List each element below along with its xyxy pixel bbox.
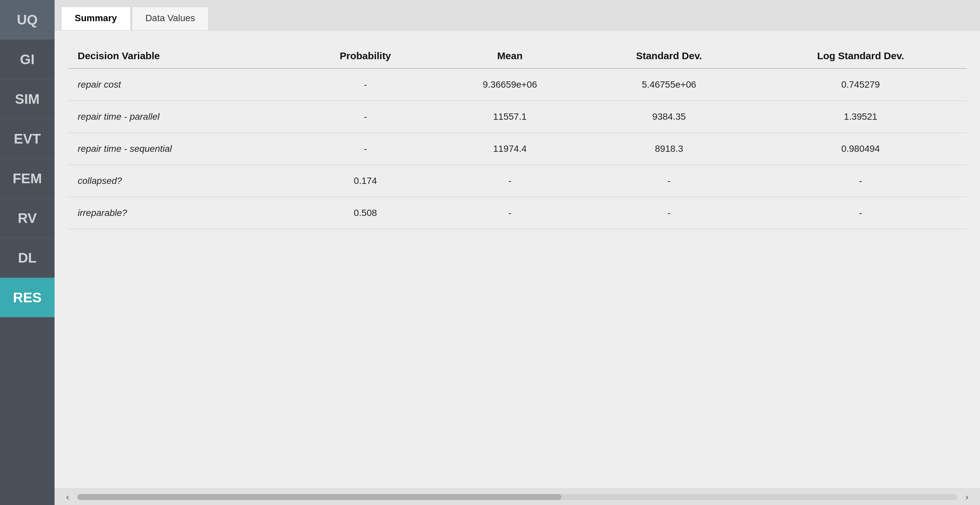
cell-standard-dev-1: 9384.35 xyxy=(584,101,754,133)
sidebar-item-sim[interactable]: SIM xyxy=(0,80,54,119)
cell-decision-variable-1: repair time - parallel xyxy=(68,101,294,133)
cell-probability-2: - xyxy=(294,133,436,165)
table-row: irreparable? 0.508 - - - xyxy=(68,197,967,229)
cell-log-standard-dev-2: 0.980494 xyxy=(754,133,967,165)
cell-decision-variable-2: repair time - sequential xyxy=(68,133,294,165)
scrollbar-area: ‹ › xyxy=(54,489,980,505)
tab-data-values[interactable]: Data Values xyxy=(132,6,208,30)
tab-summary[interactable]: Summary xyxy=(61,6,130,30)
cell-decision-variable-3: collapsed? xyxy=(68,165,294,197)
cell-probability-1: - xyxy=(294,101,436,133)
cell-standard-dev-2: 8918.3 xyxy=(584,133,754,165)
sidebar: UQ GI SIM EVT FEM RV DL RES xyxy=(0,0,54,505)
col-header-log-standard-dev: Log Standard Dev. xyxy=(754,44,967,69)
sidebar-item-label-res: RES xyxy=(13,290,41,306)
cell-decision-variable-0: repair cost xyxy=(68,69,294,101)
cell-probability-3: 0.174 xyxy=(294,165,436,197)
scrollbar-track[interactable] xyxy=(77,494,957,500)
cell-mean-0: 9.36659e+06 xyxy=(436,69,584,101)
sidebar-item-label-gi: GI xyxy=(20,52,34,67)
cell-standard-dev-4: - xyxy=(584,197,754,229)
sidebar-item-label-sim: SIM xyxy=(15,91,40,107)
sidebar-item-res[interactable]: RES xyxy=(0,278,54,317)
table-row: repair cost - 9.36659e+06 5.46755e+06 0.… xyxy=(68,69,967,101)
cell-mean-3: - xyxy=(436,165,584,197)
cell-standard-dev-0: 5.46755e+06 xyxy=(584,69,754,101)
table-row: repair time - sequential - 11974.4 8918.… xyxy=(68,133,967,165)
cell-log-standard-dev-1: 1.39521 xyxy=(754,101,967,133)
col-header-mean: Mean xyxy=(436,44,584,69)
sidebar-item-label-evt: EVT xyxy=(14,131,41,147)
cell-mean-1: 11557.1 xyxy=(436,101,584,133)
cell-probability-4: 0.508 xyxy=(294,197,436,229)
table-header-row: Decision Variable Probability Mean Stand… xyxy=(68,44,967,69)
cell-log-standard-dev-0: 0.745279 xyxy=(754,69,967,101)
cell-decision-variable-4: irreparable? xyxy=(68,197,294,229)
tabs-bar: Summary Data Values xyxy=(54,0,980,30)
cell-mean-4: - xyxy=(436,197,584,229)
sidebar-item-label-dl: DL xyxy=(18,250,37,266)
summary-table: Decision Variable Probability Mean Stand… xyxy=(68,44,967,229)
sidebar-item-gi[interactable]: GI xyxy=(0,40,54,80)
sidebar-item-evt[interactable]: EVT xyxy=(0,119,54,159)
scroll-right-button[interactable]: › xyxy=(961,492,974,502)
sidebar-item-uq[interactable]: UQ xyxy=(0,0,54,40)
table-row: repair time - parallel - 11557.1 9384.35… xyxy=(68,101,967,133)
sidebar-item-rv[interactable]: RV xyxy=(0,198,54,238)
table-area: Decision Variable Probability Mean Stand… xyxy=(54,30,980,489)
table-row: collapsed? 0.174 - - - xyxy=(68,165,967,197)
sidebar-item-fem[interactable]: FEM xyxy=(0,159,54,198)
cell-mean-2: 11974.4 xyxy=(436,133,584,165)
col-header-probability: Probability xyxy=(294,44,436,69)
main-content: Summary Data Values Decision Variable Pr… xyxy=(54,0,980,505)
col-header-standard-dev: Standard Dev. xyxy=(584,44,754,69)
sidebar-item-label-rv: RV xyxy=(18,210,37,226)
sidebar-item-label-fem: FEM xyxy=(13,170,42,186)
sidebar-item-label-uq: UQ xyxy=(17,12,38,28)
cell-probability-0: - xyxy=(294,69,436,101)
cell-log-standard-dev-4: - xyxy=(754,197,967,229)
cell-standard-dev-3: - xyxy=(584,165,754,197)
col-header-decision-variable: Decision Variable xyxy=(68,44,294,69)
scrollbar-thumb[interactable] xyxy=(77,494,561,500)
cell-log-standard-dev-3: - xyxy=(754,165,967,197)
sidebar-item-dl[interactable]: DL xyxy=(0,238,54,278)
scroll-left-button[interactable]: ‹ xyxy=(61,492,74,502)
